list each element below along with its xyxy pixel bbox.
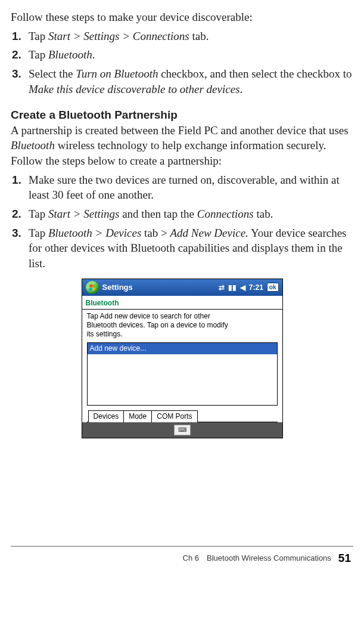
start-orb-icon[interactable]: [86, 281, 99, 294]
step-number: 2.: [11, 206, 29, 222]
list-item: 3. Tap Bluetooth > Devices tab > Add New…: [11, 225, 353, 271]
step-body: Tap Bluetooth.: [29, 47, 353, 63]
text: Tap: [29, 48, 48, 61]
taskbar-title: Settings: [102, 282, 219, 293]
text: tab >: [141, 227, 170, 239]
nav-path: Add New Device.: [170, 227, 248, 239]
app-name: Bluetooth: [48, 48, 92, 61]
list-item: 1. Tap Start > Settings > Connections ta…: [11, 29, 353, 44]
tab-row: Devices Mode COM Ports: [87, 410, 278, 422]
text: tab.: [189, 30, 209, 42]
add-new-device-item[interactable]: Add new device...: [88, 343, 277, 354]
text: Tap: [29, 208, 48, 220]
step-body: Tap Bluetooth > Devices tab > Add New De…: [29, 225, 353, 271]
text: Select the: [29, 67, 76, 80]
app-title: Bluetooth: [82, 296, 282, 310]
clock: 7:21: [249, 283, 263, 292]
tab-name: Connections: [197, 208, 254, 220]
list-item: 1. Make sure the two devices are turned …: [11, 172, 353, 203]
bottom-bar: ⌨: [82, 422, 282, 438]
nav-path: Start > Settings > Connections: [48, 30, 189, 42]
step-body: Select the Turn on Bluetooth checkbox, a…: [29, 66, 353, 97]
help-text-line: its settings.: [87, 330, 278, 339]
option-label: Make this device discoverable to other d…: [29, 83, 240, 95]
step-body: Make sure the two devices are turned on,…: [29, 172, 353, 203]
volume-icon[interactable]: ◀: [240, 283, 245, 292]
nav-path: Bluetooth > Devices: [48, 227, 141, 239]
ok-button[interactable]: ok: [267, 283, 279, 292]
page-footer: Ch 6 Bluetooth Wireless Communications 5…: [11, 551, 353, 566]
paragraph: A partnership is created between the Fie…: [11, 123, 353, 169]
text: and then tap the: [119, 208, 197, 220]
list-item: 2. Tap Start > Settings and then tap the…: [11, 206, 353, 222]
taskbar-tray: ⇄ ▮▮ ◀ 7:21 ok: [219, 283, 282, 292]
footer-page-number: 51: [338, 551, 351, 566]
text: A partnership is created between the Fie…: [11, 124, 349, 137]
step-number: 3.: [11, 66, 29, 97]
step-body: Tap Start > Settings and then tap the Co…: [29, 206, 353, 222]
text: Tap: [29, 227, 48, 239]
footer-chapter: Ch 6 Bluetooth Wireless Communications: [183, 553, 331, 564]
tab-mode[interactable]: Mode: [124, 410, 152, 422]
text: tab.: [254, 208, 273, 220]
option-label: Turn on Bluetooth: [76, 67, 158, 80]
connection-icon[interactable]: ⇄: [219, 283, 225, 292]
list-item: 2. Tap Bluetooth.: [11, 47, 353, 63]
step-number: 3.: [11, 225, 29, 271]
text: checkbox, and then select the checkbox t…: [158, 67, 351, 80]
list-item: 3. Select the Turn on Bluetooth checkbox…: [11, 66, 353, 97]
app-body: Tap Add new device to search for other B…: [82, 310, 282, 422]
step-number: 2.: [11, 47, 29, 63]
tab-com-ports[interactable]: COM Ports: [152, 410, 197, 422]
footer-divider: [11, 546, 353, 547]
step-number: 1.: [11, 172, 29, 203]
text: wireless technology to help exchange inf…: [11, 139, 326, 167]
text: .: [240, 83, 243, 95]
signal-icon[interactable]: ▮▮: [228, 283, 237, 292]
step-body: Tap Start > Settings > Connections tab.: [29, 29, 353, 44]
term: Bluetooth: [11, 139, 55, 151]
help-text-line: Bluetooth devices. Tap on a device to mo…: [87, 321, 278, 330]
text: Tap: [29, 30, 48, 42]
section-heading: Create a Bluetooth Partnership: [11, 107, 353, 123]
step-number: 1.: [11, 29, 29, 44]
device-listbox[interactable]: Add new device...: [87, 342, 278, 406]
help-text-line: Tap Add new device to search for other: [87, 312, 278, 321]
taskbar: Settings ⇄ ▮▮ ◀ 7:21 ok: [82, 279, 282, 296]
intro-text: Follow these steps to make your device d…: [11, 10, 353, 25]
device-screenshot: Settings ⇄ ▮▮ ◀ 7:21 ok Bluetooth Tap Ad…: [82, 279, 283, 438]
windows-flag-icon: [89, 285, 96, 290]
tab-devices[interactable]: Devices: [88, 410, 125, 422]
text: .: [92, 48, 95, 61]
keyboard-icon[interactable]: ⌨: [174, 425, 191, 435]
nav-path: Start > Settings: [48, 208, 119, 220]
